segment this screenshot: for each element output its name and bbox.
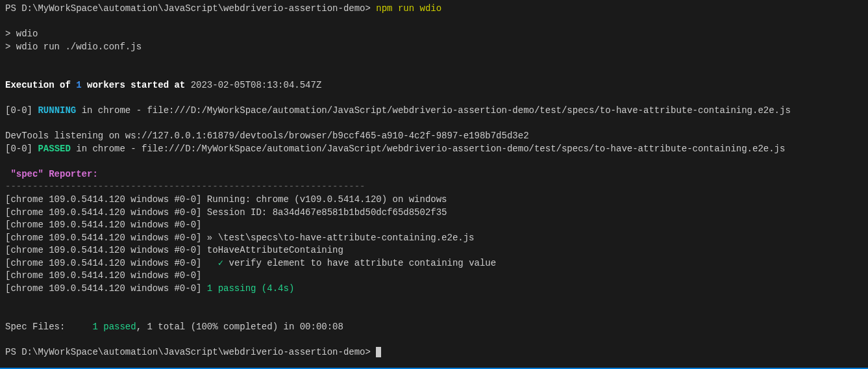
summary-passed: 1 passed bbox=[92, 322, 136, 332]
running-status: RUNNING bbox=[38, 105, 76, 116]
spec-check-text: verify element to have attribute contain… bbox=[229, 258, 497, 268]
execution-start-line: Execution of 1 workers started at 2023-0… bbox=[5, 79, 863, 92]
blank-line bbox=[5, 66, 863, 79]
spec-line-passing: [chrome 109.0.5414.120 windows #0-0] 1 p… bbox=[5, 283, 863, 296]
reporter-header: "spec" Reporter: bbox=[5, 168, 863, 181]
blank-line bbox=[5, 333, 863, 346]
prompt-line-2[interactable]: PS D:\MyWorkSpace\automation\JavaScript\… bbox=[5, 346, 863, 359]
spec-line-test: [chrome 109.0.5414.120 windows #0-0] ✓ v… bbox=[5, 257, 863, 270]
blank-line bbox=[5, 296, 863, 309]
spec-prefix: [chrome 109.0.5414.120 windows #0-0] bbox=[5, 207, 201, 218]
spec-line-suite: [chrome 109.0.5414.120 windows #0-0] toH… bbox=[5, 244, 863, 257]
spec-prefix: [chrome 109.0.5414.120 windows #0-0] bbox=[5, 194, 201, 205]
blank-line bbox=[5, 16, 863, 29]
script-output-1: > wdio bbox=[5, 28, 863, 41]
blank-line bbox=[5, 117, 863, 130]
running-prefix: [0-0] bbox=[5, 105, 38, 116]
summary-rest: , 1 total (100% completed) in 00:00:08 bbox=[136, 322, 343, 332]
spec-prefix: [chrome 109.0.5414.120 windows #0-0] bbox=[5, 258, 201, 268]
spec-text-1: Running: chrome (v109.0.5414.120) on win… bbox=[201, 194, 447, 205]
summary-line: Spec Files: 1 passed, 1 total (100% comp… bbox=[5, 321, 863, 334]
spec-text-2: Session ID: 8a34d467e8581b1bd50dcf65d850… bbox=[201, 207, 447, 218]
running-status-line: [0-0] RUNNING in chrome - file:///D:/MyW… bbox=[5, 105, 863, 118]
spec-passing: 1 passing (4.4s) bbox=[201, 283, 294, 294]
spec-text-5: toHaveAttributeContaining bbox=[201, 245, 343, 255]
passed-status-line: [0-0] PASSED in chrome - file:///D:/MyWo… bbox=[5, 143, 863, 156]
blank-line bbox=[5, 53, 863, 66]
spec-line-blank2: [chrome 109.0.5414.120 windows #0-0] bbox=[5, 270, 863, 283]
spec-prefix: [chrome 109.0.5414.120 windows #0-0] bbox=[5, 245, 201, 255]
spec-line-session: [chrome 109.0.5414.120 windows #0-0] Ses… bbox=[5, 207, 863, 220]
prompt-line-1[interactable]: PS D:\MyWorkSpace\automation\JavaScript\… bbox=[5, 3, 863, 16]
summary-label: Spec Files: bbox=[5, 322, 92, 332]
spec-prefix: [chrome 109.0.5414.120 windows #0-0] bbox=[5, 220, 201, 230]
exec-mid: workers started at bbox=[82, 80, 191, 90]
devtools-line: DevTools listening on ws://127.0.0.1:618… bbox=[5, 130, 863, 143]
check-icon: ✓ bbox=[201, 258, 229, 268]
exec-prefix: Execution of bbox=[5, 80, 76, 90]
prompt-path-2: PS D:\MyWorkSpace\automation\JavaScript\… bbox=[5, 347, 376, 357]
spec-line-running: [chrome 109.0.5414.120 windows #0-0] Run… bbox=[5, 194, 863, 207]
blank-line bbox=[5, 308, 863, 321]
spec-prefix: [chrome 109.0.5414.120 windows #0-0] bbox=[5, 233, 201, 243]
spec-line-file: [chrome 109.0.5414.120 windows #0-0] » \… bbox=[5, 232, 863, 245]
passed-status: PASSED bbox=[38, 144, 70, 154]
script-output-2: > wdio run ./wdio.conf.js bbox=[5, 41, 863, 54]
spec-prefix: [chrome 109.0.5414.120 windows #0-0] bbox=[5, 283, 201, 294]
blank-line bbox=[5, 92, 863, 105]
running-rest: in chrome - file:///D:/MyWorkSpace/autom… bbox=[76, 105, 791, 116]
passed-rest: in chrome - file:///D:/MyWorkSpace/autom… bbox=[71, 144, 786, 154]
cursor-icon bbox=[376, 347, 381, 357]
exec-timestamp: 2023-02-05T08:13:04.547Z bbox=[191, 80, 322, 90]
prompt-path: PS D:\MyWorkSpace\automation\JavaScript\… bbox=[5, 3, 376, 14]
exec-workers-count: 1 bbox=[76, 80, 81, 90]
divider-dashes: ----------------------------------------… bbox=[5, 181, 863, 194]
prompt-command: npm run wdio bbox=[376, 3, 441, 14]
passed-prefix: [0-0] bbox=[5, 144, 38, 154]
spec-text-4: » \test\specs\to-have-attribute-containi… bbox=[201, 233, 474, 243]
blank-line bbox=[5, 155, 863, 168]
spec-line-blank: [chrome 109.0.5414.120 windows #0-0] bbox=[5, 219, 863, 232]
spec-prefix: [chrome 109.0.5414.120 windows #0-0] bbox=[5, 270, 201, 281]
